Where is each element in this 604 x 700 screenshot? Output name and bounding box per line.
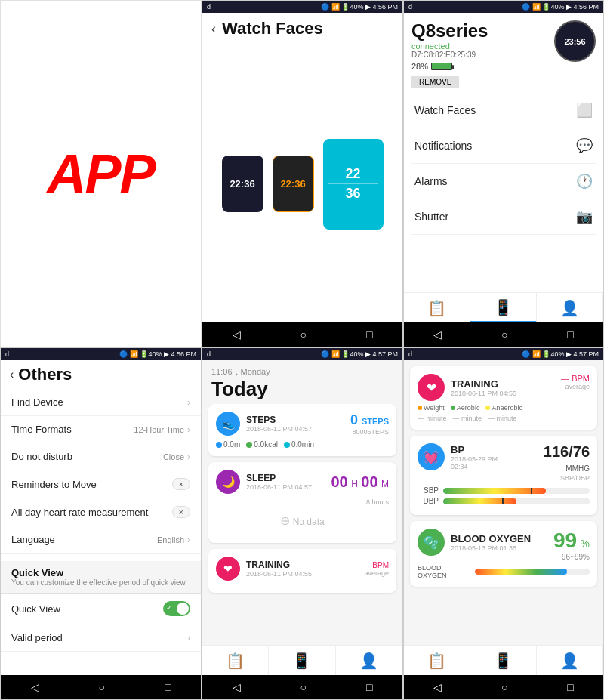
bp-bars: SBP DBP <box>418 486 590 505</box>
watch-face-2[interactable]: 22:36 <box>273 156 314 212</box>
quick-view-item[interactable]: Quick View ✓ <box>1 594 201 624</box>
nav-back-others[interactable]: ◁ <box>31 681 39 693</box>
q8-menu-notifications-label: Notifications <box>414 140 472 152</box>
q8-menu-notifications[interactable]: Notifications 💬 <box>411 128 596 164</box>
steps-card: 👟 STEPS 2018-06-11 PM 04:57 0 STEPS 8000… <box>208 404 396 456</box>
legend-weight-dot <box>418 406 422 410</box>
health-training-avg: average <box>561 383 590 390</box>
q8-menu-watchfaces[interactable]: Watch Faces ⬜ <box>411 93 596 128</box>
nav-recent-q8[interactable]: □ <box>567 328 573 341</box>
reminders-badge[interactable]: × <box>172 478 190 490</box>
language-item[interactable]: Language English › <box>1 526 201 554</box>
health-training-legend: Weight Aerobic Anaerobic <box>418 404 590 412</box>
nav-back-health[interactable]: ◁ <box>433 681 442 693</box>
nav-bar-health: ◁ ○ □ <box>404 675 603 699</box>
watch-face-1[interactable]: 22:36 <box>222 156 263 212</box>
q8-watch-icon: 23:56 <box>554 20 596 62</box>
remove-button[interactable]: REMOVE <box>411 76 459 88</box>
health-oxygen-unit: % <box>581 538 590 550</box>
quick-view-section: Quick View You can customize the effecti… <box>1 561 201 594</box>
toggle-check-icon: ✓ <box>166 603 172 612</box>
find-device-item[interactable]: Find Device › <box>1 389 201 416</box>
back-button[interactable]: ‹ <box>211 21 216 37</box>
valid-period-item[interactable]: Valid period › <box>1 624 201 652</box>
training-left: ❤ TRAINING 2018-06-11 PM 04:55 <box>216 557 312 581</box>
nav-back-today[interactable]: ◁ <box>233 681 241 693</box>
nav-home-health[interactable]: ○ <box>501 681 507 693</box>
others-back-button[interactable]: ‹ <box>10 368 14 381</box>
status-right-q8: 🔵 📶 🔋40% ▶ 4:56 PM <box>522 3 599 11</box>
today-tab-3[interactable]: 👤 <box>336 646 402 675</box>
sbp-bar-container <box>443 488 590 494</box>
time-formats-item[interactable]: Time Formats 12-Hour Time › <box>1 416 201 443</box>
q8-menu-alarms[interactable]: Alarms 🕐 <box>411 164 596 199</box>
legend-anaerobic: Anaerobic <box>485 404 522 412</box>
quick-view-title: Quick View <box>11 567 190 578</box>
nav-recent-today[interactable]: □ <box>366 681 372 693</box>
training-stat-1: — minute <box>418 415 447 422</box>
status-right: 🔵 📶 🔋40% ▶ 4:56 PM <box>321 3 398 11</box>
legend-aerobic-dot <box>451 406 455 410</box>
others-header: ‹ Others <box>1 360 201 389</box>
watch-faces-content: 22:36 22:36 22 36 <box>202 45 402 322</box>
health-oxygen-sub: 96~99% <box>553 553 590 561</box>
watch-face-3-selected[interactable]: 22 36 <box>323 139 384 230</box>
nav-back-q8[interactable]: ◁ <box>433 328 442 341</box>
sleep-hours: 00 <box>331 473 347 490</box>
legend-anaerobic-label: Anaerobic <box>492 404 522 412</box>
reminders-item[interactable]: Reminders to Move × <box>1 470 201 498</box>
health-bottom-tabs: 📋 📱 👤 <box>404 645 603 675</box>
health-tab-2[interactable]: 📱 <box>470 646 537 675</box>
nav-home-today[interactable]: ○ <box>300 681 307 693</box>
today-tab-1[interactable]: 📋 <box>202 646 269 675</box>
nav-recent-health[interactable]: □ <box>567 681 573 693</box>
steps-date: 2018-06-11 PM 04:57 <box>246 425 312 433</box>
nav-home-others[interactable]: ○ <box>99 681 105 693</box>
health-tab-1[interactable]: 📋 <box>404 646 470 675</box>
q8-tab-3[interactable]: 👤 <box>537 293 603 322</box>
time-formats-label: Time Formats <box>11 424 72 435</box>
do-not-disturb-item[interactable]: Do not disturb Close › <box>1 443 201 470</box>
nav-home[interactable]: ○ <box>300 328 307 341</box>
quick-view-sub: You can customize the effective period o… <box>11 578 190 587</box>
nav-recent[interactable]: □ <box>366 328 372 341</box>
find-device-chevron: › <box>187 397 190 408</box>
q8-info: Q8series connected D7:C8:82:E0:25:39 28%… <box>411 20 488 88</box>
today-tab-2[interactable]: 📱 <box>269 646 335 675</box>
health-oxygen-info: BLOOD OXYGEN 2018-05-13 PM 01:35 <box>451 533 531 552</box>
q8-header: Q8series connected D7:C8:82:E0:25:39 28%… <box>411 20 596 88</box>
others-screen: d 🔵 📶 🔋40% ▶ 4:56 PM ‹ Others Find Devic… <box>0 347 202 700</box>
sleep-card: 🌙 SLEEP 2018-06-11 PM 04:57 00 H 00 M 8 … <box>208 462 396 543</box>
sleep-nodata: ⊕ No data <box>216 506 389 535</box>
q8-tab-1[interactable]: 📋 <box>404 293 470 322</box>
sleep-left: 🌙 SLEEP 2018-06-11 PM 04:57 <box>216 470 312 494</box>
dbp-bar-fill <box>443 498 516 504</box>
q8-menu-shutter[interactable]: Shutter 📷 <box>411 199 596 235</box>
oxygen-bar-label: BLOOD OXYGEN <box>418 564 470 579</box>
steps-header: 👟 STEPS 2018-06-11 PM 04:57 0 STEPS 8000… <box>216 412 389 436</box>
health-oxygen-icon: 🫧 <box>418 529 445 556</box>
nav-bar-watchfaces: ◁ ○ □ <box>202 322 402 347</box>
nav-recent-others[interactable]: □ <box>165 681 171 693</box>
heartrate-label: All day heart rate measurement <box>11 507 148 518</box>
nav-home-q8[interactable]: ○ <box>501 328 507 341</box>
training-icon: ❤ <box>216 557 240 581</box>
q8-connected: connected <box>411 42 488 51</box>
health-training-title: TRAINING <box>451 378 516 390</box>
health-tab-3[interactable]: 👤 <box>537 646 603 675</box>
steps-icon: 👟 <box>216 412 240 436</box>
steps-title: STEPS <box>246 415 312 425</box>
quick-view-toggle[interactable]: ✓ <box>163 601 190 616</box>
steps-min-dot <box>284 442 290 448</box>
health-training-bpm: — BPM <box>561 374 590 383</box>
health-training-value-group: — BPM average <box>561 374 590 390</box>
sleep-minutes: 00 <box>361 473 378 490</box>
heartrate-item[interactable]: All day heart rate measurement × <box>1 498 201 526</box>
nav-bar-today: ◁ ○ □ <box>202 675 402 699</box>
nav-back[interactable]: ◁ <box>233 328 241 341</box>
heartrate-badge[interactable]: × <box>172 506 190 518</box>
today-header: 11:06，Monday Today <box>202 360 402 404</box>
sleep-header: 🌙 SLEEP 2018-06-11 PM 04:57 00 H 00 M <box>216 470 389 494</box>
time-formats-value: 12-Hour Time <box>134 425 184 434</box>
q8-tab-2[interactable]: 📱 <box>470 293 537 322</box>
